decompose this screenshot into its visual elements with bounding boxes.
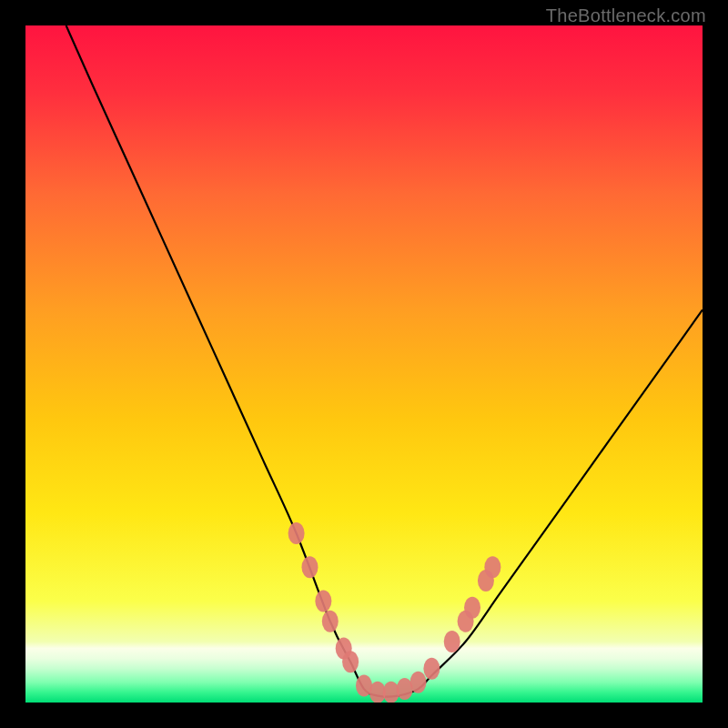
gradient-background xyxy=(25,25,703,703)
chart-container: TheBottleneck.com xyxy=(0,0,728,728)
marker-dot xyxy=(315,590,331,612)
marker-dot xyxy=(423,658,440,680)
marker-dot xyxy=(464,597,480,619)
chart-svg xyxy=(25,25,703,703)
watermark-text: TheBottleneck.com xyxy=(546,5,706,26)
marker-dot xyxy=(410,672,427,693)
marker-dot xyxy=(301,556,318,578)
marker-dot xyxy=(444,631,460,652)
marker-dot xyxy=(322,611,339,632)
plot-area xyxy=(25,25,703,703)
marker-dot xyxy=(342,651,359,672)
marker-dot xyxy=(484,556,500,578)
marker-dot xyxy=(288,522,305,544)
